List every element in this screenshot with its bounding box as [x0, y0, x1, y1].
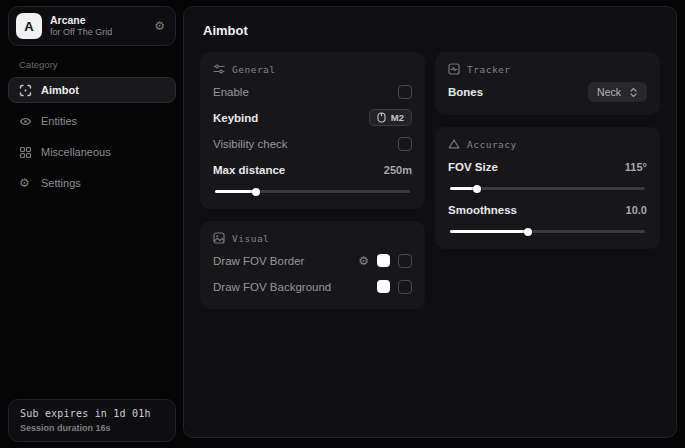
- sidebar-item-label: Aimbot: [41, 84, 79, 96]
- draw-fov-border-checkbox[interactable]: [398, 254, 412, 268]
- bones-row: Bones Neck: [448, 82, 647, 102]
- session-duration-text: Session duration 16s: [20, 423, 164, 433]
- smoothness-row: Smoothness 10.0: [448, 200, 647, 219]
- mouse-icon: [377, 112, 386, 123]
- app-header: A Arcane for Off The Grid ⚙: [8, 6, 176, 46]
- smoothness-value: 10.0: [626, 204, 647, 216]
- card-title: Accuracy: [467, 139, 517, 150]
- card-title: Visual: [232, 233, 269, 244]
- app-logo: A: [16, 13, 42, 39]
- card-title: General: [232, 64, 276, 75]
- keybind-button[interactable]: M2: [369, 109, 412, 126]
- image-icon: [213, 232, 225, 244]
- gear-icon[interactable]: ⚙: [154, 20, 165, 32]
- chevron-up-down-icon: [629, 87, 638, 98]
- enable-row: Enable: [213, 82, 412, 101]
- fov-size-slider[interactable]: [450, 187, 645, 190]
- draw-fov-background-row: Draw FOV Background: [213, 277, 412, 296]
- bones-label: Bones: [448, 86, 483, 98]
- fov-border-color-swatch[interactable]: [377, 254, 390, 267]
- sidebar-item-label: Settings: [41, 177, 81, 189]
- visibility-check-row: Visibility check: [213, 134, 412, 153]
- max-distance-slider-thumb[interactable]: [252, 188, 260, 196]
- sidebar-item-entities[interactable]: Entities: [8, 108, 176, 134]
- keybind-row: Keybind M2: [213, 108, 412, 127]
- max-distance-label: Max distance: [213, 164, 285, 176]
- crosshair-icon: [19, 84, 32, 97]
- eye-icon: [19, 115, 32, 128]
- tracker-card: Tracker Bones Neck: [435, 52, 660, 115]
- triangle-icon: [448, 138, 460, 150]
- sidebar-item-settings[interactable]: ⚙ Settings: [8, 170, 176, 196]
- smoothness-label: Smoothness: [448, 204, 517, 216]
- sidebar: A Arcane for Off The Grid ⚙ Category Aim…: [8, 6, 176, 442]
- draw-fov-border-label: Draw FOV Border: [213, 255, 304, 267]
- sidebar-item-label: Miscellaneous: [41, 146, 111, 158]
- sidebar-item-miscellaneous[interactable]: Miscellaneous: [8, 139, 176, 165]
- card-title: Tracker: [467, 64, 511, 75]
- app-subtitle: for Off The Grid: [50, 27, 112, 38]
- max-distance-value: 250m: [384, 164, 412, 176]
- draw-fov-background-label: Draw FOV Background: [213, 281, 331, 293]
- subscription-info: Sub expires in 1d 01h Session duration 1…: [8, 399, 176, 442]
- enable-checkbox[interactable]: [398, 85, 412, 99]
- sliders-icon: [213, 63, 225, 75]
- general-card: General Enable Keybind M2: [200, 52, 425, 209]
- smoothness-slider[interactable]: [450, 230, 645, 233]
- visibility-check-checkbox[interactable]: [398, 137, 412, 151]
- visibility-check-label: Visibility check: [213, 138, 288, 150]
- bones-select[interactable]: Neck: [588, 82, 647, 102]
- smoothness-slider-thumb[interactable]: [524, 228, 532, 236]
- keybind-value: M2: [391, 112, 404, 123]
- fov-background-color-swatch[interactable]: [377, 280, 390, 293]
- fov-size-row: FOV Size 115°: [448, 157, 647, 176]
- max-distance-row: Max distance 250m: [213, 160, 412, 179]
- enable-label: Enable: [213, 86, 249, 98]
- fov-size-label: FOV Size: [448, 161, 498, 173]
- activity-icon: [448, 63, 460, 75]
- max-distance-slider[interactable]: [215, 190, 410, 193]
- category-label: Category: [19, 59, 176, 70]
- draw-fov-border-row: Draw FOV Border ⚙: [213, 251, 412, 270]
- settings-gear-icon: ⚙: [19, 177, 32, 190]
- bones-selected-value: Neck: [597, 86, 621, 98]
- page-title: Aimbot: [203, 23, 660, 38]
- keybind-label: Keybind: [213, 112, 258, 124]
- sidebar-item-aimbot[interactable]: Aimbot: [8, 77, 176, 103]
- accuracy-card: Accuracy FOV Size 115° Smoothness 10.0: [435, 127, 660, 249]
- app-name: Arcane: [50, 14, 112, 27]
- visual-card: Visual Draw FOV Border ⚙ Draw FOV Backgr…: [200, 221, 425, 309]
- main-panel: Aimbot General Enable: [183, 6, 677, 438]
- fov-size-value: 115°: [625, 161, 647, 173]
- draw-fov-background-checkbox[interactable]: [398, 280, 412, 294]
- fov-size-slider-thumb[interactable]: [473, 185, 481, 193]
- app-title-block: Arcane for Off The Grid: [50, 14, 112, 38]
- sub-expiry-text: Sub expires in 1d 01h: [20, 408, 164, 419]
- grid-icon: [19, 146, 32, 159]
- sidebar-item-label: Entities: [41, 115, 77, 127]
- fov-border-settings-gear-icon[interactable]: ⚙: [358, 255, 369, 267]
